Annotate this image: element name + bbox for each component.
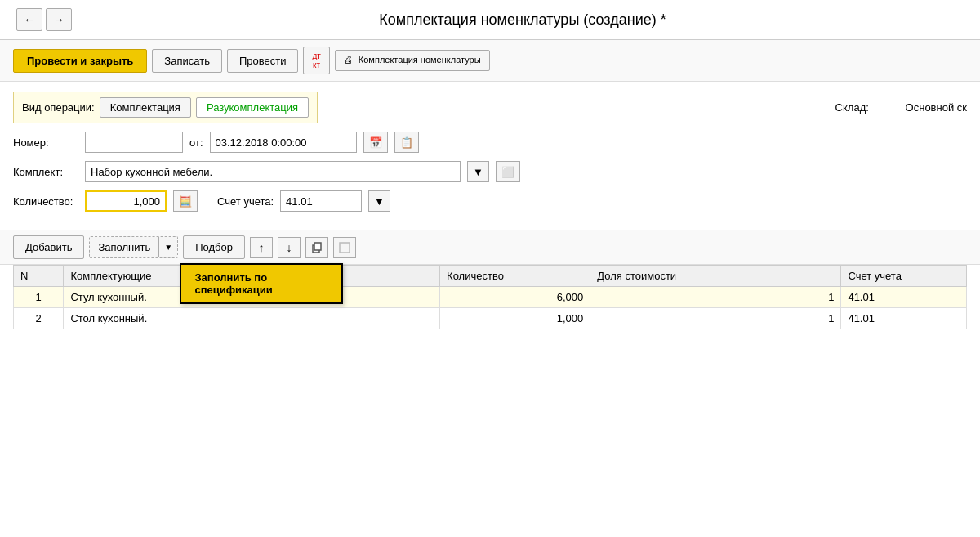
- svg-rect-2: [340, 243, 350, 253]
- cell-qty: 1,000: [440, 308, 590, 329]
- main-toolbar: Провести и закрыть Записать Провести дт …: [0, 40, 980, 82]
- post-close-button[interactable]: Провести и закрыть: [13, 49, 147, 73]
- number-row: Номер: от: 📅 📋: [13, 132, 967, 153]
- page-title: Комплектация номенклатуры (создание) *: [82, 11, 964, 29]
- from-label: от:: [189, 136, 203, 149]
- cell-schet: 41.01: [841, 287, 967, 308]
- qty-label: Количество:: [13, 195, 78, 208]
- cell-dolya: 1: [590, 287, 841, 308]
- col-header-n: N: [14, 266, 64, 287]
- op-type-label: Вид операции:: [22, 101, 95, 114]
- list-button[interactable]: 📋: [394, 132, 419, 153]
- dt-kt-icon: дт кт: [312, 51, 320, 69]
- forward-button[interactable]: →: [46, 8, 72, 31]
- copy-button-1[interactable]: [305, 237, 328, 258]
- calendar-button[interactable]: 📅: [363, 132, 388, 153]
- col-header-qty: Количество: [440, 266, 590, 287]
- table-row[interactable]: 2 Стол кухонный. 1,000 1 41.01: [14, 308, 967, 329]
- data-table: N Комплектующие Количество Доля стоимост…: [13, 265, 967, 329]
- save-button[interactable]: Записать: [152, 49, 222, 73]
- cell-dolya: 1: [590, 308, 841, 329]
- warehouse-value: Основной ск: [906, 101, 967, 114]
- komplekt-dropdown-button[interactable]: ▼: [467, 161, 489, 182]
- selection-button[interactable]: Подбор: [183, 235, 245, 259]
- fill-main-button[interactable]: Заполнить: [90, 237, 158, 257]
- fill-spec-item[interactable]: Заполнить по спецификации: [181, 265, 341, 302]
- account-label: Счет учета:: [217, 195, 274, 208]
- fill-split-button: Заполнить ▼ Заполнить по спецификации: [89, 236, 178, 258]
- account-dropdown-button[interactable]: ▼: [368, 190, 390, 212]
- title-bar: ← → Комплектация номенклатуры (создание)…: [0, 0, 980, 40]
- fill-dropdown-button[interactable]: ▼: [158, 237, 177, 257]
- date-input[interactable]: [210, 132, 357, 153]
- copy-button-2[interactable]: [333, 237, 356, 258]
- nav-buttons: ← →: [16, 8, 72, 31]
- cell-n: 1: [14, 287, 64, 308]
- number-input[interactable]: [85, 132, 183, 153]
- form-area: Вид операции: Комплектация Разукомплекта…: [0, 82, 980, 230]
- printer-icon: 🖨: [344, 55, 353, 65]
- table-body: 1 Стул кухонный. 6,000 1 41.01 2 Стол ку…: [14, 287, 967, 329]
- move-down-button[interactable]: ↓: [278, 237, 301, 258]
- col-header-schet: Счет учета: [841, 266, 967, 287]
- komplekt-input[interactable]: [85, 161, 461, 182]
- dt-kt-button[interactable]: дт кт: [303, 47, 329, 74]
- back-button[interactable]: ←: [16, 8, 42, 31]
- copy-icon-1: [311, 242, 323, 253]
- svg-rect-1: [314, 243, 321, 250]
- warehouse-label: Склад:: [835, 101, 901, 114]
- op-komplekt-button[interactable]: Комплектация: [100, 97, 191, 118]
- table-wrap: N Комплектующие Количество Доля стоимост…: [0, 265, 980, 329]
- cell-qty: 6,000: [440, 287, 590, 308]
- op-razukomplekt-button[interactable]: Разукомплектация: [196, 97, 309, 118]
- komplekt-label: Комплект:: [13, 166, 78, 178]
- komplekt-row: Комплект: ▼ ⬜: [13, 161, 967, 182]
- table-row[interactable]: 1 Стул кухонный. 6,000 1 41.01: [14, 287, 967, 308]
- qty-row: Количество: 🧮 Счет учета: ▼: [13, 190, 967, 212]
- col-header-dolya: Доля стоимости: [590, 266, 841, 287]
- add-button[interactable]: Добавить: [13, 235, 84, 259]
- move-up-button[interactable]: ↑: [250, 237, 273, 258]
- number-label: Номер:: [13, 136, 78, 149]
- table-header-row: N Комплектующие Количество Доля стоимост…: [14, 266, 967, 287]
- account-input[interactable]: [280, 190, 362, 212]
- qty-input[interactable]: [85, 190, 167, 212]
- post-button[interactable]: Провести: [227, 49, 299, 73]
- komplekt-open-button[interactable]: ⬜: [496, 161, 520, 182]
- calc-button[interactable]: 🧮: [173, 190, 198, 212]
- cell-n: 2: [14, 308, 64, 329]
- table-toolbar: Добавить Заполнить ▼ Заполнить по специф…: [0, 230, 980, 265]
- cell-name: Стол кухонный.: [64, 308, 440, 329]
- print-button[interactable]: 🖨 Комплектация номенклатуры: [335, 50, 490, 70]
- print-label: Комплектация номенклатуры: [359, 55, 481, 65]
- fill-dropdown-popup: Заполнить по спецификации: [180, 263, 343, 304]
- copy-icon-2: [339, 242, 350, 253]
- cell-schet: 41.01: [841, 308, 967, 329]
